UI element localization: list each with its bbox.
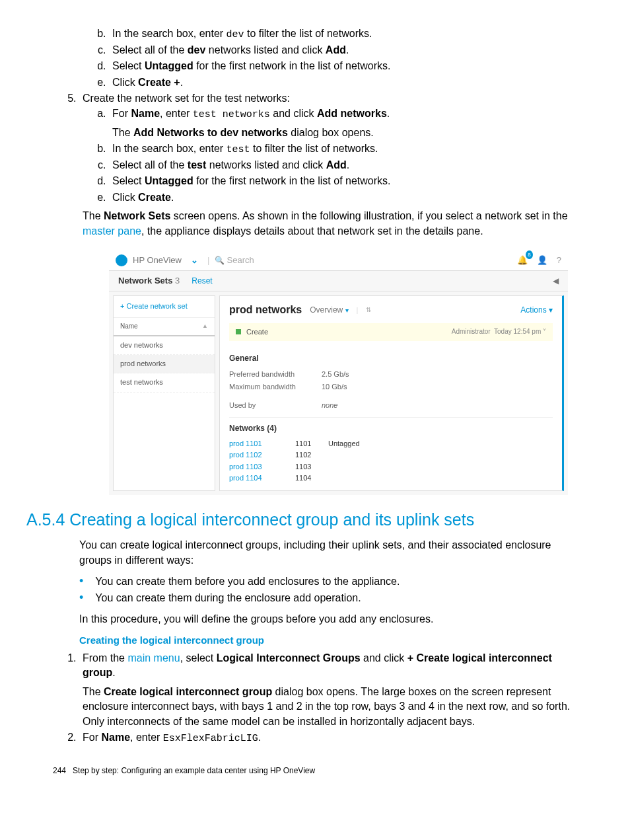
master-pane: + Create network set Name▲ dev networks … bbox=[113, 295, 215, 491]
network-row: prod 11031103 bbox=[229, 461, 553, 473]
page-title: Network Sets bbox=[118, 276, 172, 286]
reset-link[interactable]: Reset bbox=[192, 276, 212, 286]
search-input[interactable]: Search bbox=[227, 254, 254, 266]
kv-row: Preferred bandwidth2.5 Gb/s bbox=[229, 368, 553, 381]
kv-row: Maximum bandwidth10 Gb/s bbox=[229, 381, 553, 393]
subheading-create-lig: Creating the logical interconnect group bbox=[79, 633, 577, 647]
create-network-set-link[interactable]: + Create network set bbox=[114, 296, 215, 317]
networks-section-header: Networks (4) bbox=[229, 417, 553, 434]
page-footer: 244 Step by step: Configuring an example… bbox=[53, 765, 577, 777]
hp-logo-icon bbox=[116, 254, 127, 266]
network-sets-screenshot: HP OneView ⌄ | Search 🔔8 👤 ? Network Set… bbox=[109, 250, 568, 495]
status-square-icon bbox=[236, 329, 241, 334]
list-item[interactable]: dev networks bbox=[114, 336, 215, 355]
a54-p2: In this procedure, you will define the g… bbox=[79, 612, 577, 627]
details-pane: prod networks Overview ▾ | ⇅ Actions ▾ C… bbox=[219, 295, 564, 491]
list-item[interactable]: test networks bbox=[114, 373, 215, 392]
step-5e: Click Create. bbox=[109, 190, 577, 205]
network-row: prod 11021102 bbox=[229, 449, 553, 461]
sort-asc-icon: ▲ bbox=[202, 322, 208, 330]
lig-step-1: From the main menu, select Logical Inter… bbox=[79, 651, 577, 729]
map-icon[interactable]: ⇅ bbox=[366, 305, 371, 315]
list-item[interactable]: prod networks bbox=[114, 355, 215, 373]
step-4e: Click Create +. bbox=[109, 75, 577, 90]
network-row: prod 11011101Untagged bbox=[229, 438, 553, 449]
help-icon[interactable]: ? bbox=[557, 254, 561, 266]
activity-strip[interactable]: Create Administrator Today 12:54 pm ˅ bbox=[229, 323, 553, 341]
step-5: Create the network set for the test netw… bbox=[79, 91, 577, 239]
name-column-header[interactable]: Name▲ bbox=[114, 318, 215, 336]
detail-title: prod networks bbox=[229, 303, 302, 317]
user-icon[interactable]: 👤 bbox=[537, 254, 547, 266]
section-heading-a54: A.5.4 Creating a logical interconnect gr… bbox=[26, 508, 577, 531]
notifications-icon[interactable]: 🔔8 bbox=[517, 254, 528, 266]
search-icon bbox=[215, 254, 227, 266]
general-section-header: General bbox=[229, 348, 553, 364]
chevron-down-icon: ▾ bbox=[549, 305, 553, 315]
bullet-2: You can create them during the enclosure… bbox=[79, 590, 577, 606]
main-menu-link[interactable]: main menu bbox=[127, 652, 180, 664]
overview-dropdown[interactable]: Overview ▾ bbox=[310, 305, 348, 316]
step-4b: In the search box, enter dev to filter t… bbox=[109, 26, 577, 42]
lig-step-2: For Name, enter EsxFlexFabricLIG. bbox=[79, 730, 577, 745]
step-5c: Select all of the test networks listed a… bbox=[109, 158, 577, 172]
step-5b: In the search box, enter test to filter … bbox=[109, 141, 577, 157]
count-badge: 3 bbox=[175, 276, 180, 286]
step-5a: For Name, enter test networks and click … bbox=[109, 106, 577, 140]
bullet-1: You can create them before you add enclo… bbox=[79, 573, 577, 590]
a54-intro: You can create logical interconnect grou… bbox=[79, 538, 577, 568]
step-4d: Select Untagged for the first network in… bbox=[109, 59, 577, 73]
step-5d: Select Untagged for the first network in… bbox=[109, 174, 577, 188]
master-pane-link[interactable]: master pane bbox=[83, 225, 141, 237]
network-row: prod 11041104 bbox=[229, 473, 553, 484]
kv-row: Used bynone bbox=[229, 399, 553, 412]
chevron-down-icon[interactable]: ⌄ bbox=[191, 254, 198, 266]
brand-label: HP OneView bbox=[133, 254, 182, 266]
collapse-icon[interactable]: ◀ bbox=[553, 276, 559, 287]
chevron-down-icon: ▾ bbox=[345, 307, 349, 314]
actions-dropdown[interactable]: Actions ▾ bbox=[520, 305, 553, 316]
step-4c: Select all of the dev networks listed an… bbox=[109, 43, 577, 57]
